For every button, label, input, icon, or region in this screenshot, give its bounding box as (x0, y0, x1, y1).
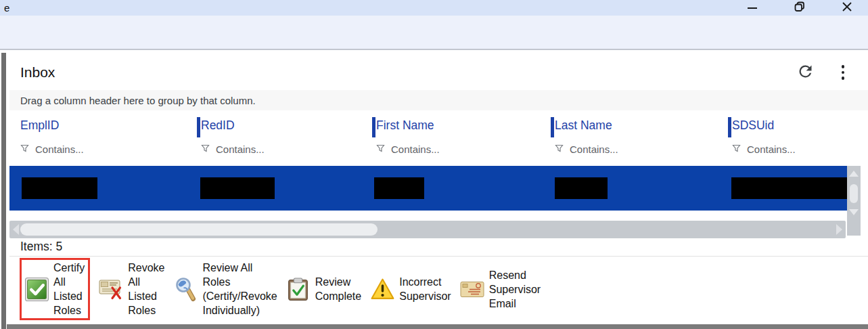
column-separator (551, 117, 554, 137)
panel-header: Inbox (20, 60, 853, 85)
filter-cell-redid[interactable]: Contains... (201, 144, 265, 155)
grid-horizontal-scrollbar[interactable] (9, 221, 846, 238)
grid-vertical-scrollbar[interactable] (847, 166, 861, 236)
column-separator (372, 117, 375, 137)
filter-cell-emplid[interactable]: Contains... (20, 144, 84, 155)
page-scrollbar-thumb[interactable] (1, 53, 6, 329)
minimize-button[interactable] (744, 1, 761, 16)
incorrect-supervisor-label: Incorrect Supervisor (399, 275, 451, 303)
filter-funnel-icon (732, 144, 741, 155)
kebab-icon (842, 65, 845, 68)
filter-funnel-icon (376, 144, 385, 155)
minimize-icon (748, 7, 757, 9)
close-button[interactable] (838, 1, 856, 16)
filter-funnel-icon (555, 144, 564, 155)
resend-supervisor-email-label: Resend Supervisor Email (489, 268, 541, 311)
certify-all-icon (24, 278, 49, 301)
selected-grid-row[interactable] (9, 166, 847, 211)
revoke-all-label: Revoke All Listed Roles (128, 261, 164, 317)
scroll-up-arrow[interactable] (849, 171, 859, 177)
review-complete-label: Review Complete (315, 275, 361, 303)
browser-toolbar-strip (0, 16, 868, 50)
bottom-divider-bar (7, 324, 868, 329)
action-toolbar: Certify All Listed Roles Revoke All List… (20, 257, 541, 322)
incorrect-supervisor-button[interactable]: Incorrect Supervisor (369, 275, 451, 303)
inbox-panel: Inbox Drag a column header here to group… (0, 50, 868, 329)
items-count: Items: 5 (20, 240, 62, 254)
review-all-roles-button[interactable]: Review All Roles (Certify/Revoke Individ… (173, 261, 277, 317)
scroll-right-arrow[interactable] (836, 224, 842, 235)
restore-button[interactable] (791, 1, 808, 16)
column-header-redid[interactable]: RedID (201, 118, 235, 133)
column-header-last-name[interactable]: Last Name (555, 118, 612, 133)
scroll-left-arrow[interactable] (13, 224, 19, 235)
column-header-sdsuid[interactable]: SDSUid (732, 118, 774, 133)
redacted-cell-last-name (555, 177, 608, 199)
vertical-scroll-thumb[interactable] (850, 184, 858, 203)
filter-funnel-icon (20, 144, 29, 155)
incorrect-supervisor-icon (369, 278, 395, 301)
filter-funnel-icon (201, 144, 210, 155)
page-title: Inbox (20, 64, 55, 81)
filter-cell-first-name[interactable]: Contains... (376, 144, 440, 155)
resend-supervisor-email-icon (459, 280, 485, 299)
window-title: e (0, 0, 9, 16)
review-all-roles-icon (173, 277, 198, 302)
redacted-cell-sdsuid (731, 177, 847, 199)
resend-supervisor-email-button[interactable]: Resend Supervisor Email (459, 268, 541, 311)
filter-cell-sdsuid[interactable]: Contains... (732, 144, 796, 155)
revoke-all-icon (98, 279, 124, 300)
certify-all-listed-roles-button[interactable]: Certify All Listed Roles (20, 258, 90, 320)
column-header-first-name[interactable]: First Name (376, 118, 434, 133)
redacted-cell-first-name (374, 177, 424, 199)
group-by-hint: Drag a column header here to group by th… (20, 95, 256, 106)
more-options-button[interactable] (833, 62, 853, 83)
window-controls (744, 1, 868, 16)
group-by-drop-zone[interactable]: Drag a column header here to group by th… (9, 90, 868, 110)
refresh-button[interactable] (795, 62, 815, 83)
redacted-cell-emplid (22, 177, 97, 199)
filter-cell-last-name[interactable]: Contains... (555, 144, 618, 155)
review-all-roles-label: Review All Roles (Certify/Revoke Individ… (202, 261, 277, 317)
column-separator (197, 117, 200, 137)
restore-icon (794, 1, 805, 15)
certify-all-label: Certify All Listed Roles (53, 261, 85, 317)
scroll-down-arrow[interactable] (849, 209, 859, 215)
close-icon (842, 1, 852, 15)
refresh-icon (796, 62, 815, 83)
column-separator (728, 117, 731, 137)
window-titlebar: e (0, 0, 868, 16)
column-header-emplid[interactable]: EmplID (20, 118, 59, 133)
horizontal-scroll-thumb[interactable] (20, 223, 378, 236)
review-complete-button[interactable]: Review Complete (285, 275, 361, 303)
revoke-all-listed-roles-button[interactable]: Revoke All Listed Roles (98, 261, 164, 317)
redacted-cell-redid (200, 177, 275, 199)
review-complete-icon (285, 278, 311, 301)
